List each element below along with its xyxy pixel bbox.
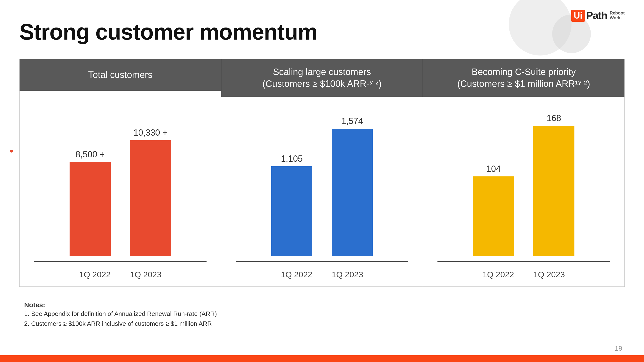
xlabel-csuite-2023: 1Q 2023: [533, 266, 565, 279]
xlabel-scaling-2022: 1Q 2022: [281, 266, 312, 279]
chart-title-csuite: Becoming C-Suite priority (Customers ≥ $…: [457, 66, 590, 90]
bar-value-csuite-2023: 168: [547, 113, 561, 123]
xlabel-total-2023: 1Q 2023: [130, 266, 161, 279]
left-dot-decoration: [10, 150, 13, 153]
slide: Ui Path Reboot Work. Strong customer mom…: [0, 0, 644, 362]
notes-title: Notes:: [24, 301, 620, 309]
chart-body-total: 8,500 + 10,330 +: [20, 91, 221, 261]
x-axis-total: 1Q 2022 1Q 2023: [20, 262, 221, 287]
bar-label-total-2023: 1Q 2023: [130, 270, 161, 279]
bar-value-csuite-2022: 104: [486, 164, 501, 174]
chart-header-total-customers: Total customers: [20, 59, 221, 91]
bar-group-total-2023: 10,330 +: [130, 128, 171, 256]
bottom-accent-bar: [0, 355, 644, 362]
bar-area-total: 8,500 + 10,330 +: [34, 106, 206, 256]
bar-label-csuite-2023: 1Q 2023: [533, 270, 565, 279]
bar-total-2022: [70, 162, 111, 256]
chart-title-scaling: Scaling large customers (Customers ≥ $10…: [262, 66, 382, 90]
xlabel-csuite-2022: 1Q 2022: [483, 266, 514, 279]
logo-reboot-text: Reboot Work.: [610, 11, 625, 20]
xlabel-total-2022: 1Q 2022: [79, 266, 111, 279]
bar-group-total-2022: 8,500 +: [70, 149, 111, 256]
logo-ui-text: Ui: [571, 10, 585, 22]
chart-header-scaling: Scaling large customers (Customers ≥ $10…: [221, 59, 423, 97]
bar-csuite-2022: [473, 176, 514, 256]
logo-path-text: Path: [586, 10, 607, 21]
notes-line-1: 1. See Appendix for definition of Annual…: [24, 309, 620, 319]
chart-body-csuite: 104 168: [423, 97, 624, 261]
chart-body-scaling: 1,105 1,574: [221, 97, 423, 261]
bar-label-total-2022: 1Q 2022: [79, 270, 111, 279]
bar-group-csuite-2022: 104: [473, 164, 514, 256]
bar-value-total-2022: 8,500 +: [75, 149, 104, 160]
bar-label-scaling-2022: 1Q 2022: [281, 270, 312, 279]
bar-total-2023: [130, 140, 171, 256]
chart-panel-csuite: Becoming C-Suite priority (Customers ≥ $…: [423, 59, 625, 287]
bar-area-scaling: 1,105 1,574: [236, 106, 408, 256]
slide-title: Strong customer momentum: [19, 19, 625, 45]
x-axis-csuite: 1Q 2022 1Q 2023: [423, 262, 624, 287]
bar-label-scaling-2023: 1Q 2023: [332, 270, 363, 279]
bar-group-scaling-2023: 1,574: [332, 116, 373, 256]
page-number: 19: [615, 345, 622, 352]
chart-panel-scaling: Scaling large customers (Customers ≥ $10…: [221, 59, 423, 287]
bar-scaling-2022: [271, 166, 312, 256]
bar-value-scaling-2022: 1,105: [281, 154, 303, 164]
bar-value-scaling-2023: 1,574: [341, 116, 363, 126]
logo: Ui Path Reboot Work.: [571, 10, 625, 22]
chart-title-total: Total customers: [88, 69, 152, 81]
chart-header-csuite: Becoming C-Suite priority (Customers ≥ $…: [423, 59, 624, 97]
xlabel-scaling-2023: 1Q 2023: [332, 266, 363, 279]
charts-row: Total customers 8,500 + 10,330 + 1: [19, 59, 625, 287]
bar-area-csuite: 104 168: [438, 106, 610, 256]
bar-label-csuite-2022: 1Q 2022: [483, 270, 514, 279]
x-axis-scaling: 1Q 2022 1Q 2023: [221, 262, 423, 287]
bar-value-total-2023: 10,330 +: [133, 128, 168, 138]
bar-csuite-2023: [533, 126, 574, 256]
bar-group-scaling-2022: 1,105: [271, 154, 312, 256]
notes-section: Notes: 1. See Appendix for definition of…: [19, 301, 625, 329]
bar-group-csuite-2023: 168: [533, 113, 574, 256]
chart-panel-total-customers: Total customers 8,500 + 10,330 + 1: [19, 59, 221, 287]
bar-scaling-2023: [332, 129, 373, 256]
notes-line-2: 2. Customers ≥ $100k ARR inclusive of cu…: [24, 319, 620, 329]
